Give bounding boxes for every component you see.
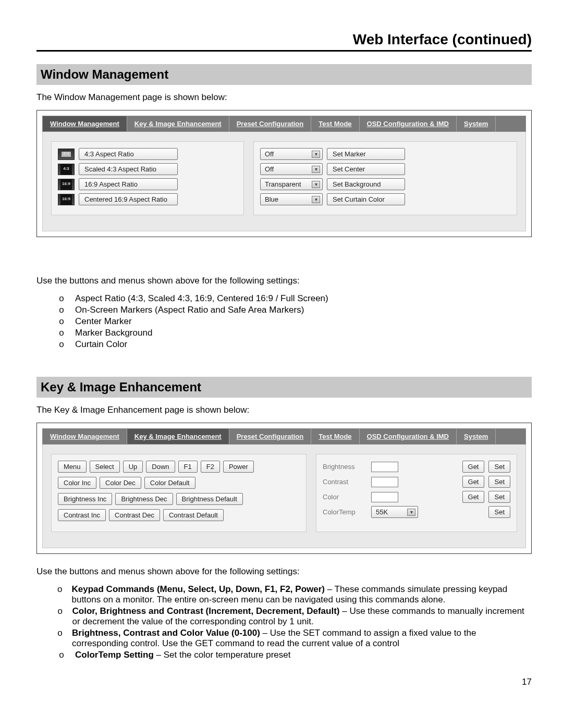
tab-window-management[interactable]: Window Management xyxy=(43,429,127,444)
aspect-thumb-16-9: 16:9 xyxy=(58,179,75,190)
center-select[interactable]: Off▾ xyxy=(260,163,323,175)
aspect-thumb-centered-16-9: 16:9 xyxy=(58,194,75,205)
page-title: Web Interface (continued) xyxy=(36,31,532,48)
brightness-default-button[interactable]: Brightness Default xyxy=(176,493,243,505)
brightness-dec-button[interactable]: Brightness Dec xyxy=(115,493,173,505)
chevron-down-icon: ▾ xyxy=(407,509,415,516)
tab-preset-configuration[interactable]: Preset Configuration xyxy=(229,116,312,131)
tab-window-management[interactable]: Window Management xyxy=(43,116,127,131)
navbar: Window Management Key & Image Enhancemen… xyxy=(42,116,526,132)
color-set-button[interactable]: Set xyxy=(488,491,510,503)
contrast-input[interactable] xyxy=(371,477,398,487)
color-default-button[interactable]: Color Default xyxy=(144,477,195,489)
aspect-16-9-button[interactable]: 16:9 Aspect Ratio xyxy=(79,178,178,190)
select-button[interactable]: Select xyxy=(90,461,120,473)
bullet-item: Aspect Ratio (4:3, Scaled 4:3, 16:9, Cen… xyxy=(75,293,328,304)
brightness-set-button[interactable]: Set xyxy=(488,461,510,473)
aspect-centered-16-9-button[interactable]: Centered 16:9 Aspect Ratio xyxy=(79,193,178,205)
color-inc-button[interactable]: Color Inc xyxy=(58,477,96,489)
tab-system[interactable]: System xyxy=(457,429,496,444)
aspect-scaled-4-3-button[interactable]: Scaled 4:3 Aspect Ratio xyxy=(79,163,178,175)
wm-intro: The Window Management page is shown belo… xyxy=(36,92,532,103)
curtain-color-select[interactable]: Blue▾ xyxy=(260,193,323,205)
bullet-item: Color, Brightness and Contrast (Incremen… xyxy=(72,606,532,627)
brightness-label: Brightness xyxy=(323,463,367,471)
f2-button[interactable]: F2 xyxy=(201,461,220,473)
wm-screenshot: Window Management Key & Image Enhancemen… xyxy=(36,110,532,237)
section-header-window-management: Window Management xyxy=(36,64,532,85)
chevron-down-icon: ▾ xyxy=(312,196,320,203)
tab-osd-configuration[interactable]: OSD Configuration & IMD xyxy=(360,429,457,444)
kie-use-text: Use the buttons and menus shown above fo… xyxy=(36,566,532,577)
contrast-default-button[interactable]: Contrast Default xyxy=(163,509,224,521)
section-header-key-image-enhancement: Key & Image Enhancement xyxy=(36,377,532,398)
tab-preset-configuration[interactable]: Preset Configuration xyxy=(229,429,312,444)
down-button[interactable]: Down xyxy=(146,461,175,473)
marker-select[interactable]: Off▾ xyxy=(260,148,323,160)
navbar: Window Management Key & Image Enhancemen… xyxy=(42,428,526,445)
bullet-item: On-Screen Markers (Aspect Ratio and Safe… xyxy=(75,305,304,315)
kie-screenshot: Window Management Key & Image Enhancemen… xyxy=(36,423,532,554)
set-center-button[interactable]: Set Center xyxy=(327,163,405,175)
set-marker-button[interactable]: Set Marker xyxy=(327,148,405,160)
power-button[interactable]: Power xyxy=(223,461,254,473)
wm-bullets: oAspect Ratio (4:3, Scaled 4:3, 16:9, Ce… xyxy=(57,293,532,350)
tab-key-image-enhancement[interactable]: Key & Image Enhancement xyxy=(127,429,229,444)
bullet-item: ColorTemp Setting – Set the color temper… xyxy=(75,650,291,660)
color-dec-button[interactable]: Color Dec xyxy=(100,477,141,489)
wm-use-text: Use the buttons and menus shown above fo… xyxy=(36,276,532,286)
up-button[interactable]: Up xyxy=(123,461,143,473)
bullet-item: Keypad Commands (Menu, Select, Up, Down,… xyxy=(71,584,532,605)
kie-bullets: oKeypad Commands (Menu, Select, Up, Down… xyxy=(57,584,532,660)
set-background-button[interactable]: Set Background xyxy=(327,178,405,190)
contrast-get-button[interactable]: Get xyxy=(462,476,485,488)
f1-button[interactable]: F1 xyxy=(178,461,198,473)
menu-button[interactable]: Menu xyxy=(58,461,87,473)
aspect-thumb-4-3: 4:3 xyxy=(58,149,75,160)
bullet-item: Curtain Color xyxy=(75,339,127,350)
title-rule xyxy=(36,50,532,52)
chevron-down-icon: ▾ xyxy=(312,181,320,188)
bullet-item: Brightness, Contrast and Color Value (0-… xyxy=(72,628,532,649)
tab-test-mode[interactable]: Test Mode xyxy=(311,429,359,444)
set-curtain-color-button[interactable]: Set Curtain Color xyxy=(327,193,405,205)
colortemp-set-button[interactable]: Set xyxy=(488,506,510,518)
background-select[interactable]: Transparent▾ xyxy=(260,178,323,190)
contrast-inc-button[interactable]: Contrast Inc xyxy=(58,509,106,521)
brightness-input[interactable] xyxy=(371,462,398,472)
page-number: 17 xyxy=(36,677,532,687)
contrast-dec-button[interactable]: Contrast Dec xyxy=(109,509,160,521)
tab-key-image-enhancement[interactable]: Key & Image Enhancement xyxy=(127,116,229,131)
contrast-set-button[interactable]: Set xyxy=(488,476,510,488)
bullet-item: Marker Background xyxy=(75,328,152,338)
brightness-get-button[interactable]: Get xyxy=(462,461,485,473)
tab-test-mode[interactable]: Test Mode xyxy=(311,116,359,131)
brightness-inc-button[interactable]: Brightness Inc xyxy=(58,493,112,505)
aspect-thumb-scaled-4-3: 4:3 xyxy=(58,164,75,175)
color-input[interactable] xyxy=(371,492,398,502)
chevron-down-icon: ▾ xyxy=(312,166,320,173)
bullet-item: Center Marker xyxy=(75,316,132,327)
contrast-label: Contrast xyxy=(323,478,367,486)
kie-intro: The Key & Image Enhancement page is show… xyxy=(36,405,532,415)
tab-osd-configuration[interactable]: OSD Configuration & IMD xyxy=(360,116,457,131)
chevron-down-icon: ▾ xyxy=(312,151,320,158)
colortemp-select[interactable]: 55K▾ xyxy=(371,506,418,518)
tab-system[interactable]: System xyxy=(457,116,496,131)
color-label: Color xyxy=(323,493,367,501)
color-get-button[interactable]: Get xyxy=(462,491,485,503)
colortemp-label: ColorTemp xyxy=(323,508,367,516)
aspect-4-3-button[interactable]: 4:3 Aspect Ratio xyxy=(79,148,178,160)
